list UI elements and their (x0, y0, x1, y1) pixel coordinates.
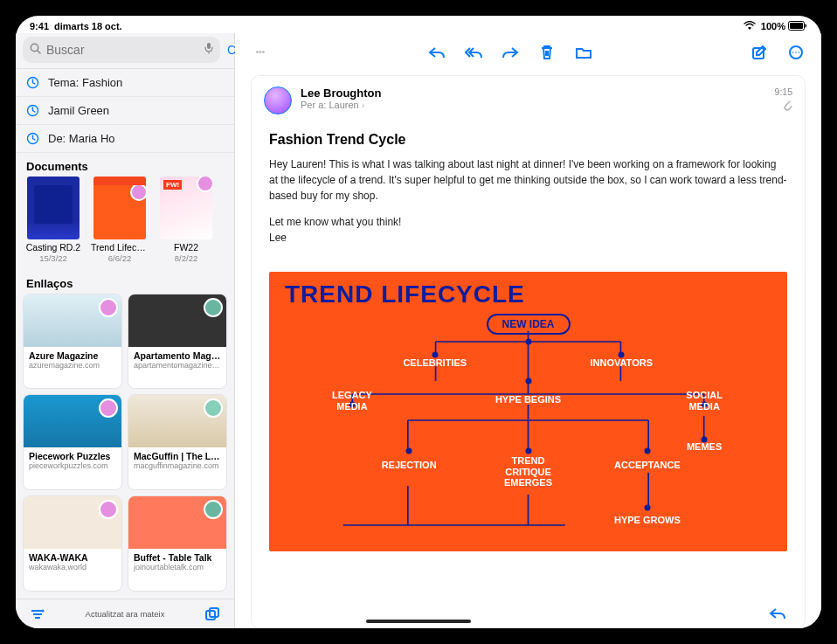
document-name: Casting RD.2 (24, 243, 82, 253)
link-card[interactable]: Piecework Puzzlespieceworkpuzzles.com (23, 394, 122, 490)
recent-icon (26, 132, 39, 145)
node-celebrities: CELEBRITIES (403, 357, 467, 369)
document-thumb: FW! (160, 177, 212, 239)
dictation-icon[interactable] (204, 42, 213, 58)
suggestion-row[interactable]: De: Maria Ho (16, 125, 234, 153)
sender-avatar-badge (99, 500, 118, 519)
link-title: Azure Magazine (29, 350, 116, 361)
link-domain: apartamentomagazine.c... (134, 361, 221, 370)
document-card[interactable]: Casting RD.2 15/3/22 (24, 177, 82, 263)
sender-avatar[interactable] (264, 87, 292, 114)
link-domain: macguffinmagazine.com (134, 461, 221, 470)
node-innovators: INNOVATORS (590, 357, 653, 369)
node-legacy-media: LEGACY MEDIA (332, 390, 372, 412)
document-thumb (93, 177, 146, 239)
link-thumb (24, 496, 121, 549)
link-thumb (128, 395, 226, 447)
svg-point-18 (795, 52, 797, 53)
fw-badge: FW! (163, 180, 182, 190)
link-domain: pieceworkpuzzles.com (29, 461, 116, 470)
node-hype-grows: HYPE GROWS (614, 515, 681, 526)
link-card[interactable]: Apartamento Maga...apartamentomagazine.c… (128, 294, 227, 390)
battery-indicator: 100% (761, 21, 807, 31)
document-card[interactable]: Trend Lifecycle 6/6/22 (91, 177, 149, 263)
link-title: Apartamento Maga... (134, 350, 221, 361)
email-subject: Fashion Trend Cycle (252, 118, 805, 153)
window-grip-icon[interactable]: ••• (251, 50, 270, 55)
chevron-right-icon: › (362, 100, 365, 110)
chip-new-idea: NEW IDEA (487, 314, 571, 335)
suggestion-row[interactable]: Tema: Fashion (16, 69, 234, 97)
svg-rect-5 (207, 43, 211, 49)
link-title: WAKA-WAKA (29, 552, 116, 563)
node-acceptance: ACCEPTANCE (614, 460, 681, 471)
sender-avatar-badge (197, 177, 212, 192)
link-title: MacGuffin | The Lif... (134, 451, 221, 461)
status-time: 9:41 (30, 21, 49, 31)
link-card[interactable]: WAKA-WAKAwakawaka.world (23, 495, 122, 592)
sender-avatar-badge (99, 298, 118, 317)
sync-status: Actualitzat ara mateix (47, 609, 203, 619)
forward-button[interactable] (501, 43, 520, 62)
trash-button[interactable] (537, 43, 557, 62)
node-critique: TREND CRITIQUE EMERGES (504, 455, 552, 488)
email-time: 9:15 (775, 87, 792, 97)
attachment-image[interactable]: TREND LIFECYCLE (269, 272, 787, 551)
link-domain: joinourtabletalk.com (134, 563, 221, 571)
status-date: dimarts 18 oct. (54, 21, 122, 31)
document-date: 15/3/22 (24, 253, 82, 263)
sender-avatar-badge (204, 298, 223, 317)
recipients-line[interactable]: Per a: Lauren › (301, 100, 766, 110)
sender-avatar-badge (130, 184, 146, 201)
more-button[interactable] (786, 43, 806, 62)
svg-point-12 (42, 609, 45, 612)
document-card[interactable]: FW! FW22 8/2/22 (157, 177, 215, 263)
suggestion-label: Tema: Fashion (48, 76, 122, 89)
link-title: Piecework Puzzles (29, 451, 116, 461)
link-card[interactable]: Buffet - Table Talkjoinourtabletalk.com (128, 495, 227, 592)
attachment-icon (782, 99, 792, 113)
reply-button-footer[interactable] (768, 604, 787, 623)
link-thumb (128, 496, 226, 549)
reply-button[interactable] (427, 43, 446, 62)
link-domain: wakawaka.world (29, 563, 116, 571)
documents-header: Documents (16, 153, 234, 177)
sender-avatar-badge (99, 398, 118, 418)
node-social-media: SOCIAL MEDIA (686, 390, 723, 412)
new-window-button[interactable] (203, 605, 222, 624)
email-body: Hey Lauren! This is what I was talking a… (252, 153, 805, 265)
suggestion-label: Jamil Green (48, 104, 109, 117)
search-input[interactable] (46, 43, 199, 57)
reply-all-button[interactable] (464, 43, 483, 62)
link-domain: azuremagazine.com (29, 361, 116, 370)
search-field[interactable] (23, 37, 220, 63)
recent-icon (26, 104, 39, 117)
document-date: 6/6/22 (91, 253, 149, 263)
wifi-icon (744, 21, 756, 31)
node-hype-begins: HYPE BEGINS (495, 394, 561, 405)
links-header: Enllaços (16, 270, 234, 294)
sender-avatar-badge (204, 500, 223, 519)
sender-avatar-badge (204, 398, 223, 418)
svg-point-17 (792, 52, 794, 53)
compose-button[interactable] (750, 43, 769, 62)
document-thumb (27, 177, 80, 239)
link-card[interactable]: Azure Magazineazuremagazine.com (23, 294, 122, 390)
link-thumb (24, 294, 121, 347)
svg-point-3 (31, 44, 38, 51)
svg-line-4 (38, 51, 40, 53)
link-card[interactable]: MacGuffin | The Lif...macguffinmagazine.… (128, 394, 227, 490)
home-indicator[interactable] (366, 620, 471, 623)
filter-button[interactable] (28, 605, 47, 624)
suggestion-row[interactable]: Jamil Green (16, 97, 234, 125)
document-name: Trend Lifecycle (91, 243, 149, 253)
suggestion-label: De: Maria Ho (48, 132, 115, 145)
svg-rect-2 (806, 24, 807, 28)
move-button[interactable] (574, 43, 593, 62)
svg-point-19 (799, 52, 800, 53)
sender-name[interactable]: Lee Broughton (301, 87, 766, 100)
document-name: FW22 (157, 243, 215, 253)
link-thumb (24, 395, 121, 447)
svg-rect-1 (790, 23, 803, 29)
search-icon (30, 42, 41, 58)
